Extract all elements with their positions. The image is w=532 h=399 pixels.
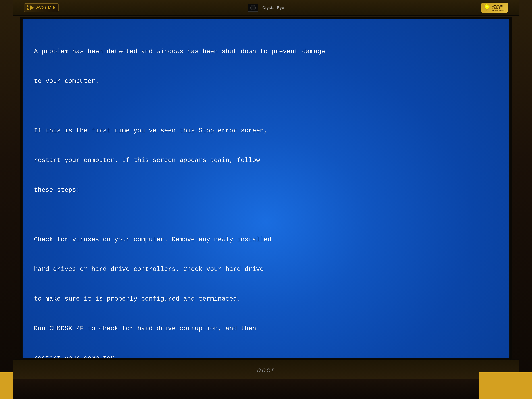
- camera-module: [248, 4, 258, 12]
- top-bezel-left: HDTV: [24, 3, 58, 12]
- top-bezel: HDTV Crystal Eye: [13, 0, 519, 16]
- acer-logo: acer: [257, 366, 275, 374]
- bsod-content: A problem has been detected and windows …: [34, 27, 498, 358]
- camera-lens: [250, 5, 256, 10]
- hdtv-badge: HDTV: [24, 3, 58, 12]
- webcam-text-block: Webcam optimisedfor video chatting: [492, 4, 506, 12]
- lightbulb-icon: [483, 4, 490, 12]
- bsod-line4: If this is the first time you've seen th…: [34, 126, 498, 136]
- screen-wrapper: A problem has been detected and windows …: [20, 17, 512, 360]
- bottom-bezel: acer: [13, 360, 519, 379]
- camera-area: Crystal Eye: [248, 4, 284, 12]
- bsod-line2: to your computer.: [34, 76, 498, 86]
- svg-line-7: [489, 5, 489, 5]
- webcam-label: Webcam: [492, 4, 506, 7]
- webcam-badge: Webcam optimisedfor video chatting: [481, 3, 508, 13]
- hdtv-arrows: [53, 6, 56, 9]
- bsod-line5: restart your computer. If this screen ap…: [34, 155, 498, 165]
- bsod-screen: A problem has been detected and windows …: [23, 19, 509, 358]
- table-surface-left: [0, 372, 13, 399]
- webcam-sub: optimisedfor video chatting: [492, 7, 506, 12]
- bsod-line11: Run CHKDSK /F to check for hard drive co…: [34, 323, 498, 333]
- bsod-line8: Check for viruses on your computer. Remo…: [34, 234, 498, 244]
- crystal-eye-label: Crystal Eye: [262, 6, 284, 10]
- svg-rect-2: [486, 10, 488, 10]
- bottom-surface: [0, 379, 532, 399]
- svg-rect-3: [486, 10, 488, 11]
- hdtv-label: HDTV: [36, 5, 51, 11]
- bsod-line10: to make sure it is properly configured a…: [34, 294, 498, 304]
- bsod-line1: A problem has been detected and windows …: [34, 47, 498, 56]
- laptop-outer: HDTV Crystal Eye: [0, 0, 532, 399]
- bsod-line12: restart your computer.: [34, 353, 498, 358]
- bsod-line9: hard drives or hard drive controllers. C…: [34, 264, 498, 274]
- svg-point-4: [486, 6, 488, 7]
- table-surface-right: [479, 372, 532, 399]
- bsod-line6: these steps:: [34, 185, 498, 195]
- svg-line-6: [485, 5, 485, 5]
- svg-rect-1: [486, 9, 488, 10]
- play-icon: [30, 5, 34, 10]
